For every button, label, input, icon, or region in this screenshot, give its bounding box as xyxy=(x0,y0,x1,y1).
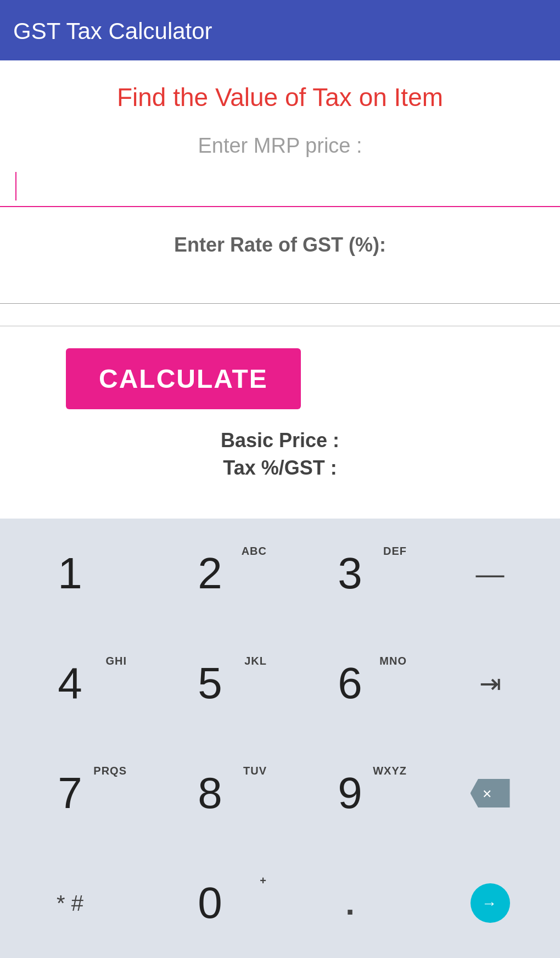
key-special[interactable]: * # xyxy=(0,848,140,958)
key-backspace[interactable]: ✕ xyxy=(420,738,560,848)
key-9[interactable]: 9 WXYZ xyxy=(280,738,420,848)
mrp-label: Enter MRP price : xyxy=(198,134,362,158)
keyboard: 1 2 ABC 3 DEF — 4 GHI 5 JKL 6 MNO ⇥ xyxy=(0,519,560,958)
svg-text:✕: ✕ xyxy=(482,787,492,800)
key-6[interactable]: 6 MNO xyxy=(280,628,420,738)
divider xyxy=(0,326,560,326)
gst-input-display[interactable] xyxy=(0,265,560,304)
key-3[interactable]: 3 DEF xyxy=(280,519,420,628)
backspace-icon: ✕ xyxy=(471,779,510,807)
key-dot[interactable]: . xyxy=(280,848,420,958)
key-0[interactable]: 0 + xyxy=(140,848,280,958)
keyboard-row-2: 4 GHI 5 JKL 6 MNO ⇥ xyxy=(0,628,560,738)
keyboard-row-4: * # 0 + . → xyxy=(0,848,560,958)
key-8[interactable]: 8 TUV xyxy=(140,738,280,848)
key-7[interactable]: 7 PRQS xyxy=(0,738,140,848)
gst-input-container xyxy=(0,265,560,304)
cursor xyxy=(15,172,16,200)
enter-icon: → xyxy=(471,883,510,923)
main-content: Find the Value of Tax on Item Enter MRP … xyxy=(0,60,560,519)
key-enter[interactable]: → xyxy=(420,848,560,958)
gst-label: Enter Rate of GST (%): xyxy=(174,233,386,257)
mrp-input-container xyxy=(0,166,560,207)
calculate-button[interactable]: CALCULATE xyxy=(66,348,301,409)
app-header: GST Tax Calculator xyxy=(0,0,560,60)
key-tab[interactable]: ⇥ xyxy=(420,628,560,738)
svg-text:→: → xyxy=(481,895,497,912)
basic-price-label: Basic Price : xyxy=(221,429,339,452)
app-title: GST Tax Calculator xyxy=(13,18,212,44)
key-2[interactable]: 2 ABC xyxy=(140,519,280,628)
key-5[interactable]: 5 JKL xyxy=(140,628,280,738)
result-section: Basic Price : Tax %/GST : xyxy=(0,429,560,484)
key-minus[interactable]: — xyxy=(420,519,560,628)
mrp-input-display[interactable] xyxy=(0,166,560,207)
key-1[interactable]: 1 xyxy=(0,519,140,628)
keyboard-row-1: 1 2 ABC 3 DEF — xyxy=(0,519,560,628)
key-4[interactable]: 4 GHI xyxy=(0,628,140,738)
keyboard-row-3: 7 PRQS 8 TUV 9 WXYZ ✕ xyxy=(0,738,560,848)
tax-label: Tax %/GST : xyxy=(223,456,337,480)
section-title: Find the Value of Tax on Item xyxy=(106,82,454,112)
